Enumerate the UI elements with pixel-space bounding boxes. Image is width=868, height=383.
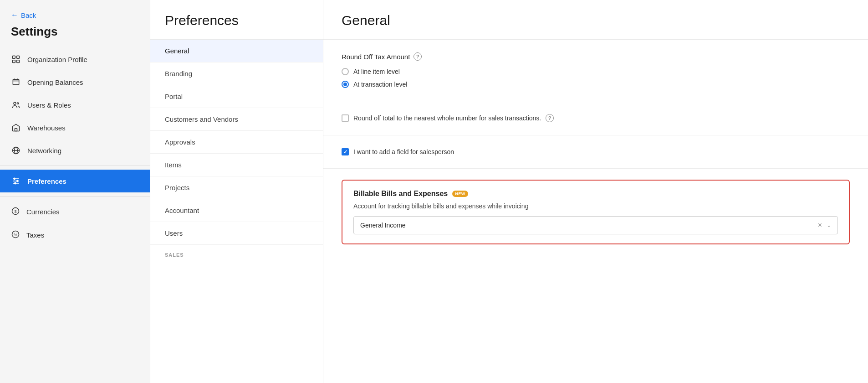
sidebar-item-users-roles[interactable]: Users & Roles bbox=[0, 93, 150, 116]
svg-point-17 bbox=[14, 178, 15, 179]
billable-section: Billable Bills and Expenses NEW Account … bbox=[342, 180, 850, 244]
middle-panel: Preferences General Branding Portal Cust… bbox=[150, 0, 323, 383]
sidebar-item-opening-balances[interactable]: Opening Balances bbox=[0, 71, 150, 93]
opening-balances-icon bbox=[11, 77, 21, 87]
users-roles-label: Users & Roles bbox=[27, 101, 71, 109]
select-controls: × ⌄ bbox=[818, 221, 831, 229]
round-total-section: Round off total to the nearest whole num… bbox=[323, 101, 868, 135]
svg-text:$: $ bbox=[14, 209, 16, 214]
sales-section-label: SALES bbox=[150, 245, 323, 261]
svg-rect-0 bbox=[13, 56, 15, 59]
back-label: Back bbox=[21, 11, 36, 19]
taxes-label: Taxes bbox=[26, 231, 44, 239]
opening-balances-label: Opening Balances bbox=[27, 78, 83, 86]
select-clear-icon[interactable]: × bbox=[818, 221, 822, 229]
nav-item-items[interactable]: Items bbox=[150, 154, 323, 176]
nav-item-approvals[interactable]: Approvals bbox=[150, 131, 323, 154]
select-value: General Income bbox=[360, 222, 406, 229]
svg-rect-3 bbox=[17, 60, 20, 63]
nav-item-general[interactable]: General bbox=[150, 40, 323, 62]
back-button[interactable]: ← Back bbox=[0, 11, 150, 25]
round-off-tax-help-icon[interactable]: ? bbox=[414, 52, 422, 61]
sidebar-item-taxes[interactable]: % Taxes bbox=[0, 223, 150, 247]
svg-rect-2 bbox=[13, 60, 15, 63]
settings-title: Settings bbox=[0, 25, 150, 48]
general-title: General bbox=[323, 0, 868, 40]
warehouses-icon bbox=[11, 123, 21, 133]
round-off-tax-section: Round Off Tax Amount ? At line item leve… bbox=[323, 40, 868, 101]
taxes-icon: % bbox=[11, 230, 20, 240]
sidebar-item-preferences[interactable]: Preferences bbox=[0, 170, 150, 192]
org-profile-icon bbox=[11, 54, 21, 64]
networking-label: Networking bbox=[27, 147, 61, 155]
sidebar-item-networking[interactable]: Networking bbox=[0, 139, 150, 162]
back-arrow-icon: ← bbox=[11, 11, 18, 19]
salesperson-section: I want to add a field for salesperson bbox=[323, 135, 868, 169]
currencies-label: Currencies bbox=[26, 208, 60, 216]
org-profile-label: Organization Profile bbox=[27, 56, 87, 63]
radio-circle-line-item bbox=[342, 68, 349, 75]
round-total-help-icon[interactable]: ? bbox=[546, 114, 554, 122]
svg-text:%: % bbox=[14, 233, 17, 237]
sidebar-item-warehouses[interactable]: Warehouses bbox=[0, 116, 150, 139]
round-total-checkbox-option[interactable]: Round off total to the nearest whole num… bbox=[342, 114, 850, 122]
users-roles-icon bbox=[11, 100, 21, 110]
svg-rect-1 bbox=[17, 56, 20, 59]
radio-circle-transaction bbox=[342, 81, 349, 88]
salesperson-checkbox-option[interactable]: I want to add a field for salesperson bbox=[342, 148, 850, 155]
general-income-select[interactable]: General Income × ⌄ bbox=[353, 216, 838, 234]
sidebar-item-currencies[interactable]: $ Currencies bbox=[0, 200, 150, 223]
svg-rect-10 bbox=[15, 129, 17, 131]
svg-point-19 bbox=[15, 182, 16, 184]
new-badge: NEW bbox=[452, 191, 468, 197]
nav-item-accountant[interactable]: Accountant bbox=[150, 199, 323, 222]
round-total-checkbox[interactable] bbox=[342, 114, 349, 122]
nav-item-users[interactable]: Users bbox=[150, 222, 323, 245]
nav-item-branding[interactable]: Branding bbox=[150, 62, 323, 85]
currencies-icon: $ bbox=[11, 207, 20, 217]
nav-item-portal[interactable]: Portal bbox=[150, 85, 323, 108]
sidebar-item-org-profile[interactable]: Organization Profile bbox=[0, 48, 150, 71]
billable-description: Account for tracking billable bills and … bbox=[353, 202, 838, 210]
svg-point-9 bbox=[17, 103, 19, 104]
radio-line-item[interactable]: At line item level bbox=[342, 68, 850, 75]
nav-item-projects[interactable]: Projects bbox=[150, 176, 323, 199]
billable-title: Billable Bills and Expenses NEW bbox=[353, 190, 838, 198]
nav-item-customers-vendors[interactable]: Customers and Vendors bbox=[150, 108, 323, 131]
sidebar-nav: Organization Profile Opening Balances Us… bbox=[0, 48, 150, 383]
sidebar-divider-2 bbox=[0, 196, 150, 197]
sidebar-divider bbox=[0, 166, 150, 166]
preferences-panel-title: Preferences bbox=[150, 0, 323, 40]
svg-point-8 bbox=[14, 102, 16, 104]
select-chevron-icon: ⌄ bbox=[827, 222, 831, 228]
svg-point-18 bbox=[17, 180, 18, 181]
salesperson-checkbox[interactable] bbox=[342, 148, 349, 155]
sidebar: ← Back Settings Organization Profile Ope… bbox=[0, 0, 150, 383]
round-off-tax-label: Round Off Tax Amount ? bbox=[342, 52, 850, 61]
preferences-icon bbox=[11, 176, 21, 186]
svg-rect-4 bbox=[13, 79, 19, 85]
round-off-tax-radio-group: At line item level At transaction level bbox=[342, 68, 850, 88]
networking-icon bbox=[11, 145, 21, 155]
warehouses-label: Warehouses bbox=[27, 124, 66, 132]
radio-transaction[interactable]: At transaction level bbox=[342, 81, 850, 88]
preferences-label: Preferences bbox=[27, 177, 66, 185]
right-panel: General Round Off Tax Amount ? At line i… bbox=[323, 0, 868, 383]
